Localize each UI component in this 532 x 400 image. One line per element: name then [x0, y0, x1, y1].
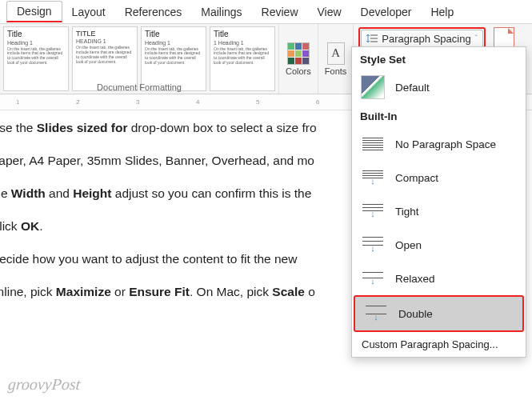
dropdown-label: Tight [395, 206, 419, 218]
fonts-icon: A [327, 42, 345, 65]
dropdown-label: Relaxed [395, 273, 435, 285]
paragraph-spacing-label: Paragraph Spacing [382, 33, 470, 45]
style-title: TITLE [76, 30, 134, 38]
ruler-tick: 6 [316, 98, 319, 106]
dropdown-header-built-in: Built-In [352, 104, 526, 127]
fonts-label: Fonts [325, 66, 347, 76]
doc-line: Paper, A4 Paper, 35mm Slides, Banner, Ov… [0, 153, 317, 170]
tab-review[interactable]: Review [252, 2, 308, 22]
dropdown-label: Open [395, 239, 422, 251]
style-heading: 1 Heading 1 [214, 40, 271, 46]
style-tile[interactable]: Title 1 Heading 1 On the Insert tab, the… [210, 26, 275, 91]
style-lorem: On the Insert tab, the galleries include… [76, 46, 134, 64]
ruler-tick: 4 [196, 98, 199, 106]
document-body[interactable]: Use the Slides sized for drop-down box t… [0, 120, 317, 317]
dropdown-item-default[interactable]: Default [352, 70, 526, 104]
ruler-tick: 2 [76, 98, 79, 106]
ruler-tick: 3 [136, 98, 139, 106]
style-lorem: On the Insert tab, the galleries include… [7, 47, 65, 66]
ruler-tick: 1 [16, 98, 19, 106]
default-icon [361, 75, 385, 99]
spacing-icon: ↓ [360, 199, 386, 223]
spacing-icon: ↓ [363, 302, 389, 326]
dropdown-label: No Paragraph Space [395, 138, 496, 150]
dropdown-label: Default [395, 82, 430, 94]
doc-line: Decide how you want to adjust the conten… [0, 251, 317, 268]
gallery-label: Document Formatting [0, 82, 278, 92]
style-heading: Heading 1 [7, 40, 65, 46]
dropdown-header-style-set: Style Set [352, 47, 526, 70]
dropdown-item-custom[interactable]: Custom Paragraph Spacing... [352, 332, 526, 357]
dropdown-item-relaxed[interactable]: ↓ Relaxed [352, 262, 526, 295]
style-heading: Heading 1 [145, 40, 202, 46]
style-lorem: On the Insert tab, the galleries include… [145, 47, 202, 66]
tab-help[interactable]: Help [421, 2, 463, 22]
watermark-text: groovyPost [7, 375, 81, 394]
spacing-icon: ↓ [360, 166, 386, 190]
dropdown-label: Double [398, 308, 433, 320]
doc-line: Use the Slides sized for drop-down box t… [0, 120, 317, 137]
style-tile[interactable]: Title Heading 1 On the Insert tab, the g… [141, 26, 206, 91]
dropdown-label: Compact [395, 172, 438, 184]
doc-line: online, pick Maximize or Ensure Fit. On … [0, 284, 317, 301]
dropdown-item-compact[interactable]: ↓ Compact [352, 161, 526, 194]
tab-references[interactable]: References [115, 2, 192, 22]
tab-developer[interactable]: Developer [351, 2, 422, 22]
style-lorem: On the Insert tab, the galleries include… [214, 47, 271, 66]
colors-button[interactable]: Colors [279, 24, 318, 94]
paragraph-spacing-button[interactable]: Paragraph Spacing ˇ [361, 30, 483, 47]
style-tile[interactable]: Title Heading 1 On the Insert tab, the g… [3, 26, 69, 91]
styles-gallery[interactable]: Title Heading 1 On the Insert tab, the g… [0, 24, 279, 94]
colors-icon [287, 42, 310, 65]
tab-layout[interactable]: Layout [62, 2, 115, 22]
chevron-down-icon: ˇ [475, 34, 478, 43]
doc-line: Click OK. [0, 218, 317, 235]
tab-mailings[interactable]: Mailings [191, 2, 251, 22]
dropdown-item-open[interactable]: ↓ Open [352, 228, 526, 262]
style-tile[interactable]: TITLE HEADING 1 On the Insert tab, the g… [72, 26, 138, 91]
tab-design[interactable]: Design [6, 1, 62, 22]
ribbon-tabs: Design Layout References Mailings Review… [0, 0, 532, 24]
style-title: Title [145, 30, 202, 39]
spacing-icon: ↓ [360, 266, 386, 290]
dropdown-item-no-space[interactable]: No Paragraph Space [352, 127, 526, 161]
ruler-tick: 5 [256, 98, 259, 106]
style-title: Title [7, 30, 65, 39]
spacing-icon [360, 132, 386, 156]
fonts-button[interactable]: A Fonts [318, 24, 354, 94]
style-heading: HEADING 1 [76, 38, 134, 45]
dropdown-item-double[interactable]: ↓ Double [354, 295, 524, 332]
paragraph-spacing-icon [366, 33, 378, 44]
paragraph-spacing-dropdown: Style Set Default Built-In No Paragraph … [351, 46, 526, 358]
style-title: Title [214, 30, 271, 39]
dropdown-item-tight[interactable]: ↓ Tight [352, 194, 526, 228]
doc-line: the Width and Height adjust so you can c… [0, 186, 317, 202]
spacing-icon: ↓ [360, 233, 386, 257]
colors-label: Colors [286, 66, 311, 76]
tab-view[interactable]: View [308, 2, 351, 22]
